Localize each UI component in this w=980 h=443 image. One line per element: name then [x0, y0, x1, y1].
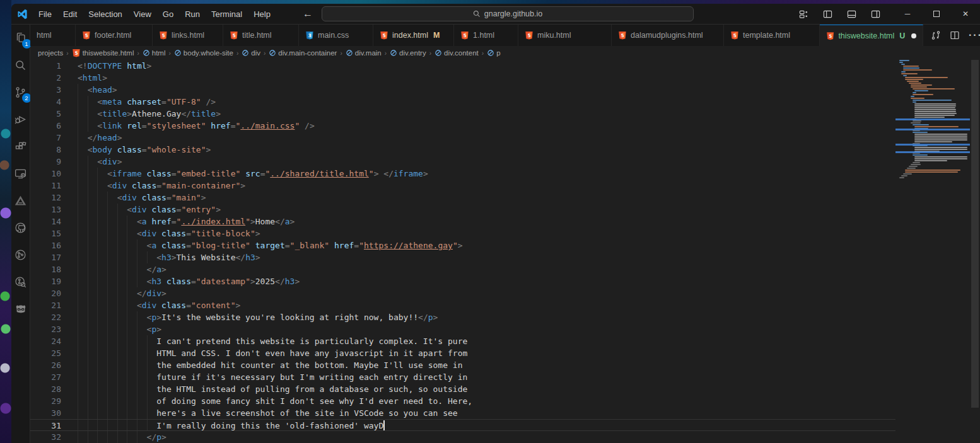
code-line-19[interactable]: 19 <h3 class="datestamp">2025</h3>: [30, 275, 895, 287]
code-line-11[interactable]: 11 <div class="main-container">: [30, 180, 895, 192]
breadcrumb-item-div-entry[interactable]: div.entry: [390, 49, 426, 57]
code-line-26[interactable]: 26 the embedded hit counter at the botto…: [30, 359, 895, 371]
breadcrumb-item-html[interactable]: html: [143, 49, 166, 57]
menu-run[interactable]: Run: [179, 4, 206, 25]
minimize-button[interactable]: ─: [893, 4, 922, 25]
code-line-17[interactable]: 17 <h3>This Website</h3>: [30, 251, 895, 263]
a-extension-icon[interactable]: [13, 192, 29, 209]
indent-guide: [97, 299, 98, 311]
code-line-29[interactable]: 29 of doing some fancy shit I don't see …: [30, 395, 895, 407]
code-line-1[interactable]: 1<!DOCTYPE html>: [30, 60, 895, 72]
code-line-27[interactable]: 27 future if it's necessary but I'm writ…: [30, 371, 895, 383]
git-graph-icon[interactable]: [13, 246, 29, 263]
code-line-7[interactable]: 7 </head>: [30, 132, 895, 144]
command-center-search[interactable]: gnargle.github.io: [322, 6, 694, 21]
code-line-4[interactable]: 4 <meta charset="UTF-8" />: [30, 96, 895, 108]
code-line-2[interactable]: 2<html>: [30, 72, 895, 84]
code-line-24[interactable]: 24 I can't pretend this website is parti…: [30, 335, 895, 347]
tab-links-html[interactable]: 5links.html: [153, 25, 223, 46]
code-line-21[interactable]: 21 <div class="content">: [30, 299, 895, 311]
line-content: <div class="main-container">: [69, 180, 245, 192]
open-changes-icon[interactable]: [931, 30, 941, 40]
menu-go[interactable]: Go: [157, 4, 179, 25]
breadcrumb-separator: ›: [137, 50, 139, 57]
minimap[interactable]: [895, 60, 970, 443]
tab-html[interactable]: html: [30, 25, 76, 46]
gitlens-icon[interactable]: [13, 273, 29, 290]
breadcrumb-item-div-content[interactable]: div.content: [435, 49, 479, 57]
tab-index-html[interactable]: 5index.htmlM: [373, 25, 454, 46]
toggle-secondary-sidebar-icon[interactable]: [866, 6, 884, 22]
run-debug-icon[interactable]: [13, 111, 29, 127]
menu-edit[interactable]: Edit: [57, 4, 83, 25]
minimap-line: [914, 103, 956, 105]
more-actions-icon[interactable]: ···: [969, 30, 980, 41]
menu-file[interactable]: File: [33, 4, 57, 25]
godot-tools-icon[interactable]: [13, 301, 29, 317]
breadcrumb-item-div-main[interactable]: div.main: [346, 49, 382, 57]
indent-guide: [147, 383, 148, 395]
code-line-20[interactable]: 20 </div>: [30, 287, 895, 299]
code-line-5[interactable]: 5 <title>Athene.Gay</title>: [30, 108, 895, 120]
code-line-13[interactable]: 13 <div class="entry">: [30, 204, 895, 216]
code-line-18[interactable]: 18 </a>: [30, 263, 895, 275]
toggle-primary-sidebar-icon[interactable]: [819, 6, 836, 22]
code-line-25[interactable]: 25 HTML and CSS. I don't even have any j…: [30, 347, 895, 359]
toggle-panel-icon[interactable]: [843, 6, 860, 22]
github-icon[interactable]: [13, 219, 29, 236]
vertical-scrollbar[interactable]: [970, 60, 980, 443]
explorer-icon[interactable]: 1: [13, 30, 29, 46]
code-line-10[interactable]: 10 <iframe class="embed-title" src="../s…: [30, 168, 895, 180]
code-line-6[interactable]: 6 <link rel="stylesheet" href="../main.c…: [30, 120, 895, 132]
split-editor-icon[interactable]: [950, 30, 960, 40]
breadcrumb-item-body-whole-site[interactable]: body.whole-site: [174, 49, 233, 57]
breadcrumb-item-projects[interactable]: projects: [38, 49, 63, 57]
code-line-30[interactable]: 30 here's a live screenshot of the site …: [30, 407, 895, 419]
indent-guide: [147, 359, 148, 371]
tab-main-css[interactable]: 3main.css: [299, 25, 373, 46]
code-line-9[interactable]: 9 <div>: [30, 156, 895, 168]
code-line-31[interactable]: 31 I'm really doing this the 'old-fashio…: [30, 419, 895, 431]
breadcrumb-item-p[interactable]: p: [487, 49, 500, 57]
remote-explorer-icon[interactable]: [13, 165, 29, 181]
tab-template-html[interactable]: 5template.html: [724, 25, 820, 46]
tab-1-html[interactable]: 51.html: [454, 25, 518, 46]
minimap-highlight: [895, 118, 970, 120]
code-editor[interactable]: 1<!DOCTYPE html>2<html>3 <head>4 <meta c…: [30, 60, 980, 443]
code-line-22[interactable]: 22 <p>It's the website you're looking at…: [30, 311, 895, 323]
breadcrumb-item-thiswebsite-html[interactable]: 5thiswebsite.html: [72, 49, 134, 57]
code-line-32[interactable]: 32 </p>: [30, 431, 895, 443]
menu-selection[interactable]: Selection: [83, 4, 127, 25]
indent-guide: [88, 204, 88, 216]
unsaved-dot-icon[interactable]: [911, 33, 916, 38]
menu-view[interactable]: View: [128, 4, 157, 25]
customize-layout-icon[interactable]: [795, 6, 812, 22]
maximize-button[interactable]: [922, 4, 951, 25]
code-line-28[interactable]: 28 the HTML instead of pulling from a da…: [30, 383, 895, 395]
menu-help[interactable]: Help: [248, 4, 276, 25]
tab-footer-html[interactable]: 5footer.html: [76, 25, 153, 46]
code-line-14[interactable]: 14 <a href="../index.html">Home</a>: [30, 216, 895, 227]
vscode-logo-icon[interactable]: [11, 9, 33, 20]
breadcrumb-item-div[interactable]: div: [242, 49, 260, 57]
code-line-12[interactable]: 12 <div class="main">: [30, 192, 895, 204]
tab-title-html[interactable]: 5title.html: [223, 25, 299, 46]
tab-miku-html[interactable]: 5miku.html: [518, 25, 612, 46]
tab-dalamudplugins-html[interactable]: 5dalamudplugins.html: [612, 25, 724, 46]
code-line-23[interactable]: 23 <p>: [30, 323, 895, 335]
close-button[interactable]: ✕: [951, 4, 980, 25]
search-icon[interactable]: [13, 57, 29, 73]
indent-guide: [107, 263, 108, 275]
code-line-3[interactable]: 3 <head>: [30, 84, 895, 96]
menu-terminal[interactable]: Terminal: [206, 4, 248, 25]
breadcrumb-label: div.main: [355, 49, 382, 57]
tab-thiswebsite-html[interactable]: 5thiswebsite.htmlU: [820, 25, 923, 46]
navigate-back-icon[interactable]: ←: [303, 8, 313, 20]
code-line-15[interactable]: 15 <div class="title-block">: [30, 227, 895, 239]
code-line-16[interactable]: 16 <a class="blog-title" target="_blank"…: [30, 239, 895, 251]
breadcrumb-item-div-main-container[interactable]: div.main-container: [269, 49, 337, 57]
source-control-icon[interactable]: 2: [13, 84, 29, 100]
scrollbar-slider[interactable]: [971, 60, 979, 408]
code-line-8[interactable]: 8 <body class="whole-site">: [30, 144, 895, 156]
extensions-icon[interactable]: [13, 138, 29, 154]
